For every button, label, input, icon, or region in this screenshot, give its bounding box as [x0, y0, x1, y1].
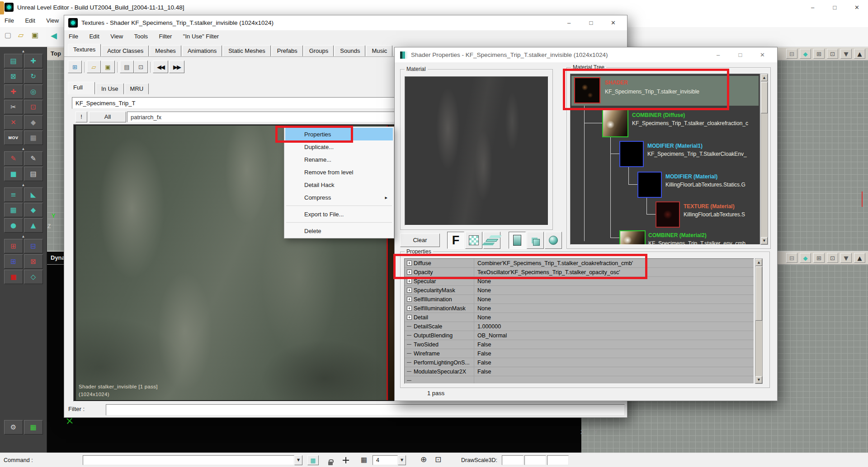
grid-size-dropdown-icon[interactable]: ▼ [398, 455, 406, 465]
csg-button[interactable]: ◇ [24, 270, 43, 284]
menu-edit[interactable]: Edit [85, 30, 104, 42]
tab-meshes[interactable]: Meshes [150, 45, 181, 56]
tool-button[interactable]: ▤ [4, 54, 23, 68]
modifier-thumbnail[interactable] [619, 141, 644, 167]
viewport-dropdown-icon[interactable]: ▼ [840, 49, 852, 59]
property-row[interactable]: ModulateSpecular2XFalse [405, 367, 754, 376]
viewport-dropdown-icon[interactable]: ▼ [840, 253, 852, 263]
viewport-screen-icon[interactable]: ⊡ [827, 253, 838, 263]
main-titlebar[interactable]: Unreal Level Editor - Build UT2004_Build… [0, 0, 868, 14]
scroll-down-icon[interactable]: ▼ [761, 237, 768, 244]
tool-button[interactable]: ↻ [24, 69, 43, 84]
tab-static-meshes[interactable]: Static Meshes [223, 45, 271, 56]
menu-inuse-filter[interactable]: "In Use" Filter [179, 30, 223, 42]
property-row[interactable]: OutputBlendingOB_Normal [405, 331, 754, 340]
primitive-button[interactable]: ◣ [24, 187, 43, 202]
scrollbar-thumb[interactable] [761, 82, 768, 113]
sphere-preview-button[interactable] [545, 232, 562, 249]
scroll-up-icon[interactable]: ▲ [761, 74, 768, 81]
scroll-down-icon[interactable]: ▼ [755, 376, 762, 383]
menu-item-export-to-file[interactable]: Export to File... [285, 208, 393, 220]
tool-button[interactable]: ⊡ [24, 100, 43, 114]
primitive-button[interactable]: ● [4, 218, 23, 233]
open-map-icon[interactable]: ▱ [18, 32, 24, 39]
primitive-button[interactable]: ≡ [4, 187, 23, 202]
tool-button-mov[interactable]: MOV [4, 131, 23, 145]
tool-button[interactable]: ◆ [24, 115, 43, 130]
viewport-lock-icon[interactable]: ⊟ [786, 253, 797, 263]
cube-preview-button[interactable] [527, 232, 544, 249]
menu-item-detail-hack[interactable]: Detail Hack [285, 178, 393, 191]
material-preview[interactable] [405, 76, 548, 225]
property-row[interactable]: SpecularityMaskNone [405, 286, 754, 295]
maximize-button[interactable]: □ [824, 0, 846, 14]
viewport-lock-icon[interactable]: ⊟ [786, 49, 797, 59]
filter-input[interactable] [106, 404, 625, 416]
menu-edit[interactable]: Edit [20, 14, 39, 27]
property-row[interactable]: OpacityTexOscillator'KF_Specimens_Trip_T… [405, 268, 754, 277]
viewport-cube-icon[interactable]: ◆ [800, 49, 811, 59]
expand-icon[interactable] [405, 315, 414, 320]
menu-tools[interactable]: Tools [130, 30, 152, 42]
modifier-thumbnail[interactable] [637, 172, 662, 198]
close-button[interactable]: ✕ [602, 15, 624, 30]
expand-icon[interactable] [405, 270, 414, 275]
csg-button[interactable]: ⊞ [4, 239, 23, 253]
csg-button[interactable]: ⊞ [4, 254, 23, 269]
save-map-icon[interactable]: ▣ [32, 32, 38, 39]
drawscale-x-field[interactable] [502, 455, 524, 465]
expand-icon[interactable] [405, 288, 414, 293]
tab-animations[interactable]: Animations [182, 45, 222, 56]
menu-item-compress[interactable]: Compress▸ [285, 191, 393, 204]
tab-music[interactable]: Music [366, 45, 392, 56]
next-group-icon[interactable]: ▶▶ [169, 61, 184, 73]
expand-icon[interactable] [405, 306, 414, 311]
tab-actor-classes[interactable]: Actor Classes [102, 45, 149, 56]
viewport-maximize-icon[interactable]: ▲ [854, 253, 865, 263]
command-dropdown-icon[interactable]: ▼ [294, 455, 302, 465]
scrollbar-thumb[interactable] [755, 266, 762, 321]
properties-scrollbar[interactable]: ▲ ▼ [755, 258, 763, 384]
menu-item-remove-from-level[interactable]: Remove from level [285, 166, 393, 178]
menu-view[interactable]: View [106, 30, 127, 42]
menu-item-duplicate[interactable]: Duplicate... [285, 140, 393, 153]
tool-button[interactable]: ✂ [4, 100, 23, 114]
group-all-button[interactable]: All [89, 112, 126, 122]
tool-button[interactable]: ✚ [24, 54, 43, 68]
log-window-icon[interactable]: ▦ [307, 455, 319, 465]
menu-filter[interactable]: Filter [154, 30, 176, 42]
save-package-icon[interactable]: ▣ [101, 61, 115, 73]
maximize-button[interactable]: □ [580, 15, 602, 30]
grid-size-combo[interactable]: 4 [373, 455, 398, 465]
tab-groups[interactable]: Groups [304, 45, 334, 56]
menu-item-delete[interactable]: Delete [285, 224, 393, 237]
open-package-icon[interactable]: ▱ [87, 61, 101, 73]
menu-view[interactable]: View [42, 14, 63, 27]
tree-scrollbar[interactable]: ▲ ▼ [760, 74, 768, 245]
minimize-button[interactable]: – [802, 0, 824, 14]
tab-prefabs[interactable]: Prefabs [272, 45, 303, 56]
filter-toggle-button[interactable]: ! [75, 112, 87, 122]
shader-thumbnail[interactable] [574, 77, 600, 103]
menu-file[interactable]: File [64, 30, 83, 42]
expand-icon[interactable] [405, 279, 414, 284]
checker-background-button[interactable] [465, 232, 482, 249]
tool-button[interactable]: ▦ [24, 131, 43, 145]
viewport-maximize-icon[interactable]: ▲ [854, 49, 865, 59]
properties-icon[interactable]: ▤ [120, 61, 134, 73]
shader-titlebar[interactable]: Shader Properties - KF_Specimens_Trip_T.… [395, 47, 777, 62]
property-row[interactable]: DiffuseCombiner'KF_Specimens_Trip_T.stal… [405, 259, 754, 268]
viewport-window-icon[interactable]: ⊞ [813, 253, 825, 263]
texture-thumbnail[interactable] [656, 201, 680, 228]
palette-scroll-up[interactable] [3, 48, 44, 54]
property-row[interactable]: SpecularNone [405, 277, 754, 286]
layers-view-button[interactable] [483, 232, 500, 249]
property-row[interactable]: WireframeFalse [405, 349, 754, 358]
csg-button[interactable]: ⊠ [24, 254, 43, 269]
viewport-window-icon[interactable]: ⊞ [813, 49, 825, 59]
textures-titlebar[interactable]: Textures - Shader KF_Specimens_Trip_T.st… [64, 15, 627, 30]
tool-button[interactable]: ✚ [4, 84, 23, 99]
primitive-button[interactable]: ◆ [24, 203, 43, 217]
property-row[interactable]: DetailNone [405, 313, 754, 322]
realtime-globe-icon[interactable]: ⊕ [420, 456, 427, 463]
